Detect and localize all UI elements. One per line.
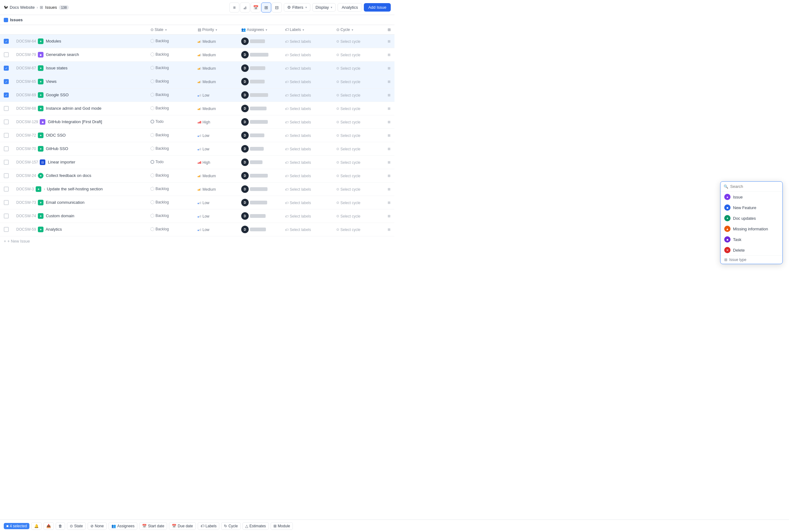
- table-row[interactable]: DOCSW-157 ⊟ Linear importer Todo High D: [0, 156, 395, 169]
- state-cell[interactable]: Backlog: [147, 223, 194, 236]
- state-cell[interactable]: Backlog: [147, 61, 194, 75]
- actions-cell[interactable]: ⊞: [384, 48, 395, 61]
- state-cell[interactable]: Backlog: [147, 209, 194, 223]
- labels-cell[interactable]: 🏷 Select labels: [281, 142, 333, 156]
- actions-cell[interactable]: ⊞: [384, 169, 395, 183]
- labels-cell[interactable]: 🏷 Select labels: [281, 115, 333, 129]
- priority-cell[interactable]: Medium: [194, 61, 237, 75]
- actions-cell[interactable]: ⊞: [384, 196, 395, 209]
- table-row[interactable]: DOCSW-59 ✦ Analytics Backlog Low D: [0, 223, 395, 236]
- new-issue-row[interactable]: + + New Issue: [0, 236, 395, 246]
- checkbox-cell[interactable]: [0, 223, 13, 236]
- checkbox-cell[interactable]: [0, 196, 13, 209]
- row-checkbox[interactable]: ✓: [4, 65, 9, 71]
- assignees-cell[interactable]: D: [237, 183, 281, 196]
- assignees-cell[interactable]: D: [237, 61, 281, 75]
- row-checkbox[interactable]: [4, 160, 9, 165]
- actions-cell[interactable]: ⊞: [384, 61, 395, 75]
- labels-cell[interactable]: 🏷 Select labels: [281, 61, 333, 75]
- cycle-cell[interactable]: ⊙ Select cycle: [333, 75, 384, 89]
- cycle-cell[interactable]: ⊙ Select cycle: [333, 35, 384, 48]
- actions-cell[interactable]: ⊞: [384, 142, 395, 156]
- row-checkbox[interactable]: ✓: [4, 93, 9, 97]
- cycle-cell[interactable]: ⊙ Select cycle: [333, 48, 384, 61]
- cycle-cell[interactable]: ⊙ Select cycle: [333, 89, 384, 102]
- state-cell[interactable]: Backlog: [147, 169, 194, 183]
- cycle-cell[interactable]: ⊙ Select cycle: [333, 129, 384, 142]
- labels-cell[interactable]: 🏷 Select labels: [281, 35, 333, 48]
- labels-cell[interactable]: 🏷 Select labels: [281, 156, 333, 169]
- section-name[interactable]: Issues: [45, 5, 57, 10]
- table-row[interactable]: ✓ DOCSW-67 ✦ Issue states Backlog Medium…: [0, 61, 395, 75]
- labels-cell[interactable]: 🏷 Select labels: [281, 196, 333, 209]
- table-row[interactable]: ✓ DOCSW-69 ✦ Google SSO Backlog Low D: [0, 89, 395, 102]
- table-row[interactable]: DOCSW-74 ✦ Custom domain Backlog Low D: [0, 209, 395, 223]
- state-cell[interactable]: Todo: [147, 115, 194, 129]
- priority-cell[interactable]: Low: [194, 89, 237, 102]
- assignees-cell[interactable]: D: [237, 129, 281, 142]
- actions-cell[interactable]: ⊞: [384, 89, 395, 102]
- actions-cell[interactable]: ⊞: [384, 183, 395, 196]
- checkbox-cell[interactable]: [0, 209, 13, 223]
- assignees-cell[interactable]: D: [237, 169, 281, 183]
- priority-cell[interactable]: Medium: [194, 48, 237, 61]
- priority-cell[interactable]: High: [194, 156, 237, 169]
- priority-cell[interactable]: Low: [194, 223, 237, 236]
- assignees-cell[interactable]: D: [237, 115, 281, 129]
- state-cell[interactable]: Backlog: [147, 89, 194, 102]
- assignees-cell[interactable]: D: [237, 35, 281, 48]
- priority-cell[interactable]: Medium: [194, 169, 237, 183]
- row-checkbox[interactable]: [4, 213, 9, 218]
- table-row[interactable]: DOCSW-24 ✦ Collect feedback on docs Back…: [0, 169, 395, 183]
- cycle-cell[interactable]: ⊙ Select cycle: [333, 196, 384, 209]
- state-cell[interactable]: Backlog: [147, 129, 194, 142]
- assignees-cell[interactable]: D: [237, 142, 281, 156]
- row-checkbox[interactable]: ✓: [4, 39, 9, 44]
- row-checkbox[interactable]: [4, 106, 9, 111]
- labels-cell[interactable]: 🏷 Select labels: [281, 102, 333, 115]
- analytics-btn[interactable]: Analytics: [337, 3, 362, 12]
- priority-cell[interactable]: Low: [194, 209, 237, 223]
- row-checkbox[interactable]: [4, 133, 9, 138]
- assignees-cell[interactable]: D: [237, 156, 281, 169]
- cycle-cell[interactable]: ⊙ Select cycle: [333, 115, 384, 129]
- calendar-view-btn[interactable]: 📅: [251, 2, 261, 13]
- list-view-btn[interactable]: ≡: [229, 2, 239, 13]
- cycle-cell[interactable]: ⊙ Select cycle: [333, 169, 384, 183]
- spreadsheet-view-btn[interactable]: ⊟: [272, 2, 282, 13]
- priority-cell[interactable]: Low: [194, 196, 237, 209]
- cycle-cell[interactable]: ⊙ Select cycle: [333, 183, 384, 196]
- state-cell[interactable]: Backlog: [147, 102, 194, 115]
- labels-cell[interactable]: 🏷 Select labels: [281, 75, 333, 89]
- board-view-btn[interactable]: ⊞: [261, 2, 271, 13]
- row-checkbox[interactable]: ✓: [4, 79, 9, 84]
- state-cell[interactable]: Backlog: [147, 183, 194, 196]
- assignees-cell[interactable]: D: [237, 75, 281, 89]
- priority-cell[interactable]: High: [194, 115, 237, 129]
- actions-cell[interactable]: ⊞: [384, 223, 395, 236]
- table-row[interactable]: DOCSW-3 ✦ › Update the self-hosting sect…: [0, 183, 395, 196]
- actions-cell[interactable]: ⊞: [384, 102, 395, 115]
- cycle-cell[interactable]: ⊙ Select cycle: [333, 156, 384, 169]
- col-cycle[interactable]: ⊙ Cycle ▾: [333, 25, 384, 35]
- checkbox-cell[interactable]: ✓: [0, 35, 13, 48]
- labels-cell[interactable]: 🏷 Select labels: [281, 169, 333, 183]
- cycle-cell[interactable]: ⊙ Select cycle: [333, 102, 384, 115]
- cycle-cell[interactable]: ⊙ Select cycle: [333, 223, 384, 236]
- priority-cell[interactable]: Low: [194, 142, 237, 156]
- priority-cell[interactable]: Medium: [194, 183, 237, 196]
- table-row[interactable]: DOCSW-129 ■ GitHub Integration [First Dr…: [0, 115, 395, 129]
- actions-cell[interactable]: ⊞: [384, 156, 395, 169]
- cycle-cell[interactable]: ⊙ Select cycle: [333, 61, 384, 75]
- state-cell[interactable]: Backlog: [147, 48, 194, 61]
- checkbox-cell[interactable]: [0, 169, 13, 183]
- actions-cell[interactable]: ⊞: [384, 209, 395, 223]
- labels-cell[interactable]: 🏷 Select labels: [281, 129, 333, 142]
- state-cell[interactable]: Backlog: [147, 196, 194, 209]
- checkbox-cell[interactable]: ✓: [0, 61, 13, 75]
- col-labels[interactable]: 🏷 Labels ▾: [281, 25, 333, 35]
- checkbox-cell[interactable]: ✓: [0, 75, 13, 89]
- table-row[interactable]: DOCSW-70 ✦ GitHub SSO Backlog Low D: [0, 142, 395, 156]
- priority-cell[interactable]: Medium: [194, 75, 237, 89]
- assignees-cell[interactable]: D: [237, 196, 281, 209]
